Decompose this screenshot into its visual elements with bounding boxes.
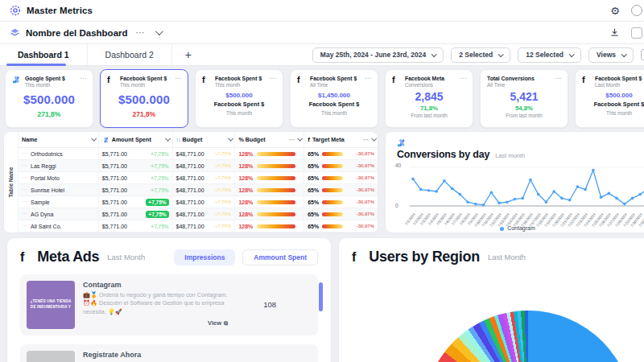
data-point[interactable] <box>514 198 517 201</box>
data-point[interactable] <box>490 191 493 194</box>
settings-gear-icon[interactable]: ⚙ <box>610 6 620 16</box>
data-point[interactable] <box>506 200 509 204</box>
edge-icon-cutoff[interactable] <box>631 27 642 39</box>
external-link-icon: ⧉ <box>224 320 228 327</box>
kpi-card-facebook-meta-conversions[interactable]: f Facebook MetaConversions 2,845 71,8% F… <box>385 69 473 128</box>
amount-spent-button[interactable]: Ammount Spent <box>242 249 318 265</box>
edge-icon-cutoff[interactable] <box>641 49 644 60</box>
row-menu-icon[interactable] <box>22 175 27 181</box>
kpi-card-google-spent[interactable]: Google Spent $This month $500.000 271,8% <box>5 69 93 128</box>
card-menu-icon[interactable] <box>555 74 562 82</box>
ad-list-item[interactable]: AUTOMATIZÁ TUS TIENDASADMINISTRATIVAS Re… <box>20 344 318 362</box>
kpi-card-facebook-spent-alltime[interactable]: f Facebook Spent $All Time $1,450.000 Fa… <box>290 69 378 128</box>
data-point[interactable] <box>482 204 485 207</box>
export-icon[interactable] <box>609 27 620 38</box>
row-menu-icon[interactable] <box>22 211 27 217</box>
data-point[interactable] <box>537 193 540 196</box>
column-budget[interactable]: ↑↓Budget <box>172 132 235 147</box>
kpi-card-facebook-spent-lastmonth[interactable]: f Facebook Spent $Last Month $500.000 Fa… <box>575 69 644 128</box>
data-point[interactable] <box>560 197 564 200</box>
row-menu-icon[interactable] <box>22 199 27 205</box>
row-menu-icon[interactable] <box>22 162 27 169</box>
data-point[interactable] <box>419 188 423 191</box>
target-change: -30,97% <box>357 224 374 228</box>
table-row[interactable]: Sample $5,771.00+7,75% $48,771.00+7,75% … <box>18 196 378 208</box>
data-point[interactable] <box>474 203 477 206</box>
ad-thumbnail: AUTOMATIZÁ TUS TIENDASADMINISTRATIVAS <box>27 351 75 362</box>
data-point[interactable] <box>568 199 572 202</box>
data-point[interactable] <box>545 200 548 204</box>
table-row[interactable]: Sunrise Hotel $5,771.00+7,75% $48,771.00… <box>18 184 378 196</box>
target-bar <box>322 224 343 228</box>
data-point[interactable] <box>638 193 642 196</box>
data-point[interactable] <box>411 178 415 181</box>
data-point[interactable] <box>584 188 587 191</box>
conversions-line-chart[interactable] <box>410 166 644 211</box>
profile-icon-cutoff[interactable] <box>631 5 642 16</box>
metrics-dropdown[interactable]: 12 Selected <box>518 47 581 63</box>
amount-change: +7,75% <box>151 187 168 193</box>
table-side-label: Table Name <box>4 132 18 232</box>
data-point[interactable] <box>466 200 469 204</box>
date-range-dropdown[interactable]: May 25th, 2024 - June 23rd, 2024 <box>312 47 444 63</box>
data-point[interactable] <box>608 192 611 195</box>
kpi-card-facebook-spent-selected[interactable]: f Facebook Spent $This month $500.000 27… <box>100 69 188 128</box>
data-point[interactable] <box>443 179 446 183</box>
card-change-caption: From last month <box>392 113 466 118</box>
target-change: -30,97% <box>357 212 374 216</box>
data-point[interactable] <box>521 197 524 200</box>
tab-dashboard-2[interactable]: Dashboard 2 <box>88 44 172 66</box>
tab-dashboard-1[interactable]: Dashboard 1 <box>0 44 88 66</box>
facebook-icon: f <box>352 250 356 265</box>
data-point[interactable] <box>600 195 603 199</box>
row-menu-icon[interactable] <box>22 187 27 193</box>
kpi-card-total-conversions[interactable]: Total ConversionsAll Time 5,421 54,8% Fr… <box>480 69 568 128</box>
column-name[interactable]: Name <box>18 132 98 147</box>
views-dropdown[interactable]: Views <box>588 47 634 63</box>
table-row[interactable]: AG Dyna $5,771.00+7,75% $48,771.00+7,75%… <box>18 208 378 220</box>
impressions-button[interactable]: Impressions <box>174 249 235 265</box>
data-point[interactable] <box>615 197 618 200</box>
row-menu-icon[interactable] <box>22 223 27 229</box>
data-point[interactable] <box>623 203 626 206</box>
row-menu-icon[interactable] <box>22 150 27 157</box>
table-row[interactable]: All Saint Co. $5,771.00+7,75% $48,771.00… <box>18 220 378 232</box>
data-point[interactable] <box>497 202 501 205</box>
budget-value: $48,771.00 <box>176 224 204 229</box>
column-pct-budget[interactable]: % Budget <box>234 132 303 147</box>
column-menu-icon[interactable] <box>289 137 295 143</box>
card-menu-icon[interactable] <box>270 74 277 82</box>
card-menu-icon[interactable] <box>460 74 467 82</box>
data-point[interactable] <box>529 179 532 182</box>
ads-scrollbar[interactable] <box>319 282 323 311</box>
card-menu-icon[interactable] <box>175 74 182 82</box>
column-target-meta[interactable]: fTarget Meta <box>303 132 378 147</box>
data-point[interactable] <box>552 190 555 193</box>
add-tab-button[interactable]: + <box>172 48 204 61</box>
column-amount-spent[interactable]: Amount Spent <box>98 132 172 147</box>
data-point[interactable] <box>592 169 595 172</box>
table-row[interactable]: Las Reggi $5,771.00+7,75% $48,771.00+7,7… <box>18 160 378 172</box>
ad-list-item[interactable]: ¿TENÉS UNA TIENDADE INDUMENTARIA Y Conta… <box>20 274 318 335</box>
card-sublabel: This month <box>202 109 276 117</box>
data-point[interactable] <box>459 193 462 196</box>
card-menu-icon[interactable] <box>365 74 372 82</box>
column-menu-icon[interactable] <box>363 137 369 143</box>
data-point[interactable] <box>427 189 431 192</box>
amount-value: $5,771.00 <box>102 163 127 169</box>
data-point[interactable] <box>631 197 634 200</box>
accounts-dropdown[interactable]: 2 Selected <box>451 47 510 63</box>
kpi-card-facebook-spent-month[interactable]: f Facebook Spent $This month $500.000 Fa… <box>195 69 283 128</box>
facebook-icon: f <box>308 136 310 143</box>
dashboard-menu-icon[interactable] <box>136 27 146 38</box>
data-point[interactable] <box>576 185 580 188</box>
table-row[interactable]: Portal Moto $5,771.00+7,75% $48,771.00+7… <box>18 172 378 184</box>
data-point[interactable] <box>451 187 454 191</box>
users-by-region-pie-chart[interactable] <box>423 311 633 362</box>
table-row[interactable]: Orthodotnics $5,771.00+7,75% $48,771.00+… <box>18 148 378 160</box>
data-point[interactable] <box>435 190 438 193</box>
chart-legend[interactable]: Contagram <box>386 225 644 231</box>
dashboard-chevron-icon[interactable] <box>155 27 163 35</box>
card-menu-icon[interactable] <box>80 74 87 82</box>
ad-view-link[interactable]: View⧉ <box>83 319 228 327</box>
